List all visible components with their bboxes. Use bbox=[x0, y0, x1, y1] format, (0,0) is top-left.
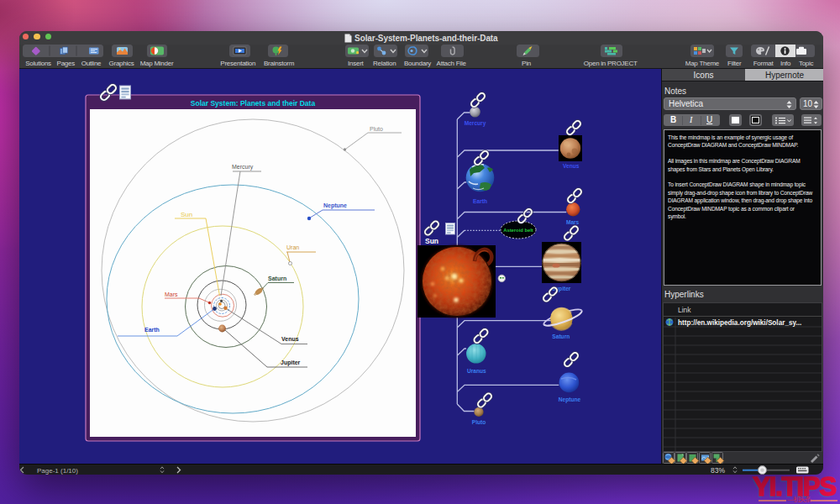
svg-text:Pluto: Pluto bbox=[472, 419, 486, 425]
svg-text:Jupiter: Jupiter bbox=[281, 360, 301, 366]
svg-text:Page-1 (1/10): Page-1 (1/10) bbox=[37, 467, 78, 475]
svg-text:Pluto: Pluto bbox=[370, 126, 383, 132]
svg-text:Neptune: Neptune bbox=[323, 202, 347, 209]
svg-text:Neptune: Neptune bbox=[559, 396, 581, 403]
svg-text:Sun: Sun bbox=[425, 237, 438, 245]
svg-text:Uran: Uran bbox=[286, 244, 299, 250]
svg-text:Mars: Mars bbox=[566, 219, 580, 225]
svg-text:83%: 83% bbox=[711, 466, 725, 475]
svg-text:Earth: Earth bbox=[144, 327, 160, 333]
svg-text:Mercury: Mercury bbox=[232, 164, 254, 171]
svg-text:Earth: Earth bbox=[473, 198, 487, 204]
svg-text:Venus: Venus bbox=[563, 163, 580, 169]
svg-text:Mars: Mars bbox=[165, 291, 178, 297]
svg-text:Uranus: Uranus bbox=[467, 368, 486, 374]
svg-text:Saturn: Saturn bbox=[268, 276, 286, 281]
svg-text:Mercury: Mercury bbox=[465, 120, 486, 127]
svg-text:Solar System: Planets and thei: Solar System: Planets and their Data bbox=[191, 99, 316, 108]
svg-text:Asteroid belt: Asteroid belt bbox=[503, 228, 533, 233]
svg-text:http://en.wikipedia.org/wiki/S: http://en.wikipedia.org/wiki/Solar_sy... bbox=[678, 319, 801, 327]
svg-text:Saturn: Saturn bbox=[552, 333, 570, 339]
svg-text:Sun: Sun bbox=[181, 211, 192, 218]
svg-text:Venus: Venus bbox=[281, 336, 299, 342]
